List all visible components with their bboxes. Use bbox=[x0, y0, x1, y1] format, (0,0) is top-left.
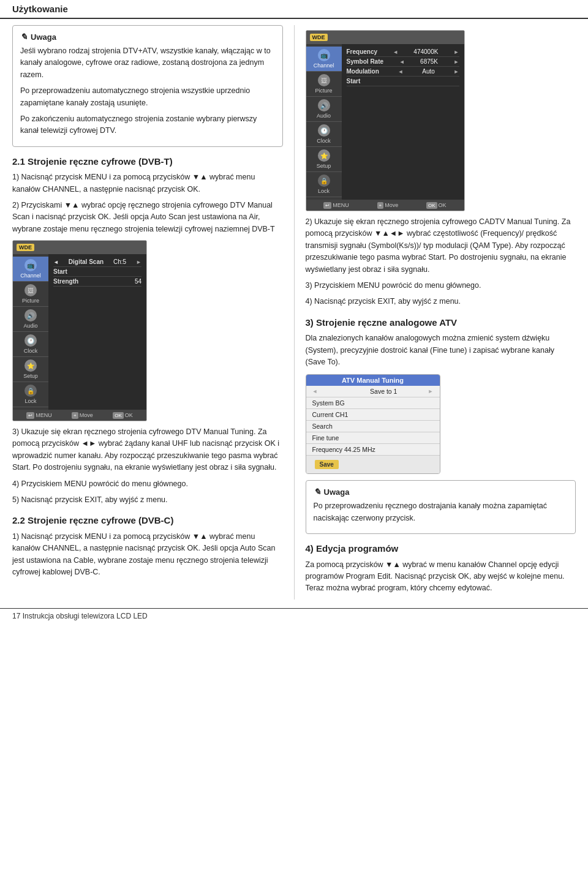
cadtv-menu-screenshot: WDE 📺 Channel 🖼 Picture 🔊 Audio bbox=[306, 30, 465, 211]
note-icon: ✎ bbox=[20, 31, 28, 43]
dvbt-row-strength: Strength 54 bbox=[53, 277, 141, 287]
page-title: Użytkowanie bbox=[12, 4, 68, 14]
cadtv-channel-label: Channel bbox=[314, 62, 334, 69]
dvbt-main: ◄ Digital Scan Ch:5 ► Start Strength 54 bbox=[48, 254, 146, 410]
sidebar-setup: ⭐ Setup bbox=[13, 357, 48, 382]
footer-text: 17 Instrukcja obsługi telewizora LCD LED bbox=[12, 612, 148, 620]
audio-label: Audio bbox=[23, 323, 37, 329]
column-divider bbox=[294, 25, 295, 600]
cadtv-bottom-bar: ↩ MENU + Move OK OK bbox=[306, 200, 464, 211]
atv-note-label: Uwaga bbox=[324, 486, 350, 498]
arrow-right-1: ► bbox=[136, 259, 141, 265]
cadtv-lock-label: Lock bbox=[318, 188, 330, 194]
atv-row-search: Search bbox=[306, 421, 440, 432]
atv-row-systembg: System BG bbox=[306, 397, 440, 409]
page-footer: 17 Instrukcja obsługi telewizora LCD LED bbox=[0, 608, 588, 623]
picture-label: Picture bbox=[22, 298, 39, 304]
dvbt-row-start: Start bbox=[53, 267, 141, 277]
dvbt-sidebar: 📺 Channel 🖼 Picture 🔊 Audio 🕐 bbox=[13, 254, 48, 410]
digital-scan-value: Ch:5 bbox=[113, 258, 126, 265]
atv-note-icon: ✎ bbox=[314, 486, 321, 498]
cadtv-audio-label: Audio bbox=[317, 113, 331, 119]
atv-note-text: Po przeprowadzeniu ręcznego dostrajania … bbox=[314, 500, 568, 524]
mod-arrow-right: ► bbox=[454, 69, 459, 75]
step-cadtv-2: 2) Ukazuje się ekran ręcznego strojenia … bbox=[306, 216, 576, 276]
cadtv-row-freq: Frequency ◄ 474000K ► bbox=[347, 47, 459, 57]
sidebar-channel: 📺 Channel bbox=[13, 257, 48, 282]
cadtv-top-bar: WDE bbox=[306, 31, 464, 44]
step-1-4: 4) Przyciskiem MENU powrócić do menu głó… bbox=[12, 478, 283, 490]
sidebar-clock: 🕐 Clock bbox=[13, 332, 48, 357]
cadtv-move-btn: + Move bbox=[377, 202, 399, 209]
step-1-5: 5) Nacisnąć przycisk EXIT, aby wyjść z m… bbox=[12, 494, 283, 506]
cadtv-menu-btn: ↩ MENU bbox=[323, 202, 349, 209]
sidebar-audio: 🔊 Audio bbox=[13, 307, 48, 332]
section-3-intro: Dla znalezionych kanałów analogowych moż… bbox=[306, 333, 576, 368]
cadtv-audio-icon: 🔊 bbox=[318, 99, 330, 111]
atv-save-row: Save bbox=[306, 456, 440, 473]
atv-freq-label: Frequency 44.25 MHz bbox=[312, 446, 434, 453]
cadtv-start-label: Start bbox=[347, 78, 361, 85]
cadtv-logo: WDE bbox=[310, 34, 328, 41]
start-label: Start bbox=[53, 268, 67, 275]
section-3: 3) Strojenie ręczne analogowe ATV Dla zn… bbox=[306, 317, 576, 534]
strength-label: Strength bbox=[53, 278, 78, 285]
freq-value: 474000K bbox=[413, 48, 438, 55]
symbol-value: 6875K bbox=[420, 58, 438, 65]
section-4: 4) Edycja programów Za pomocą przycisków… bbox=[306, 543, 576, 595]
cadtv-setup-label: Setup bbox=[317, 163, 331, 169]
cadtv-main: Frequency ◄ 474000K ► Symbol Rate ◄ 6875… bbox=[342, 44, 464, 200]
cadtv-sidebar-lock: 🔒 Lock bbox=[306, 172, 342, 197]
saveto-label: Save to 1 bbox=[370, 388, 428, 395]
lock-icon: 🔒 bbox=[24, 385, 37, 397]
right-column: WDE 📺 Channel 🖼 Picture 🔊 Audio bbox=[306, 25, 576, 600]
cadtv-sidebar-audio: 🔊 Audio bbox=[306, 97, 342, 122]
section-4-text: Za pomocą przycisków ▼▲ wybrać w menu ka… bbox=[306, 559, 576, 595]
saveto-arrow-right: ► bbox=[428, 388, 434, 394]
section-2-1-heading: 2.1 Strojenie ręczne cyfrowe (DVB-T) bbox=[12, 156, 283, 168]
section-2-2-heading: 2.2 Strojenie ręczne cyfrowe (DVB-C) bbox=[12, 514, 283, 527]
dvbt-menu-body: 📺 Channel 🖼 Picture 🔊 Audio 🕐 bbox=[13, 254, 146, 410]
search-label: Search bbox=[312, 423, 434, 430]
dvbt-top-bar: WDE bbox=[13, 241, 146, 254]
channel-label: Channel bbox=[20, 273, 41, 279]
clock-icon: 🕐 bbox=[24, 334, 37, 347]
channel-icon: 📺 bbox=[24, 259, 37, 271]
cadtv-sidebar-setup: ⭐ Setup bbox=[306, 147, 342, 172]
step-cadtv-3: 3) Przyciskiem MENU powrócić do menu głó… bbox=[306, 280, 576, 291]
cadtv-row-start: Start bbox=[347, 77, 459, 86]
setup-label: Setup bbox=[23, 373, 38, 379]
sidebar-picture: 🖼 Picture bbox=[13, 282, 48, 307]
atv-row-currentch1: Current CH1 bbox=[306, 409, 440, 421]
saveto-arrow-left: ◄ bbox=[312, 388, 371, 394]
cadtv-row-mod: Modulation ◄ Auto ► bbox=[347, 67, 459, 77]
arrow-left-1: ◄ bbox=[53, 259, 59, 265]
currentch1-label: Current CH1 bbox=[312, 411, 434, 418]
step-cadtv-4: 4) Nacisnąć przycisk EXIT, aby wyjść z m… bbox=[306, 296, 576, 307]
cadtv-lock-icon: 🔒 bbox=[318, 175, 330, 187]
atv-row-saveto: ◄ Save to 1 ► bbox=[306, 386, 440, 397]
dvbt-row-digital-scan: ◄ Digital Scan Ch:5 ► bbox=[53, 257, 141, 267]
symbol-arrow-right: ► bbox=[454, 59, 459, 65]
note-line-3: Po zakończeniu automatycznego strojenia … bbox=[20, 113, 275, 137]
menu-btn: ↩ MENU bbox=[26, 412, 52, 419]
digital-scan-label: Digital Scan bbox=[69, 258, 104, 265]
freq-arrow-right: ► bbox=[454, 49, 459, 55]
clock-label: Clock bbox=[24, 348, 38, 354]
symbol-arrow-left: ◄ bbox=[399, 59, 405, 65]
note-line-2: Po przeprowadzeniu automatycznego stroje… bbox=[20, 85, 275, 109]
atv-note-title: ✎ Uwaga bbox=[314, 486, 568, 498]
dvbt-menu-screenshot: WDE 📺 Channel 🖼 Picture 🔊 bbox=[12, 240, 147, 421]
cadtv-sidebar: 📺 Channel 🖼 Picture 🔊 Audio 🕐 Clock bbox=[306, 44, 342, 200]
freq-label: Frequency bbox=[347, 48, 378, 55]
lock-label: Lock bbox=[24, 398, 36, 404]
step-1-3: 3) Ukazuje się ekran ręcznego strojenia … bbox=[12, 426, 283, 474]
cadtv-sidebar-clock: 🕐 Clock bbox=[306, 122, 342, 147]
strength-value: 54 bbox=[135, 278, 141, 285]
move-btn: + Move bbox=[72, 412, 93, 419]
step-1-2: 2) Przyciskami ▼▲ wybrać opcję ręcznego … bbox=[12, 200, 283, 235]
mod-label: Modulation bbox=[347, 68, 379, 75]
symbol-label: Symbol Rate bbox=[347, 58, 384, 65]
atv-menu-screenshot: ATV Manual Tuning ◄ Save to 1 ► System B… bbox=[306, 374, 440, 474]
picture-icon: 🖼 bbox=[24, 284, 37, 296]
